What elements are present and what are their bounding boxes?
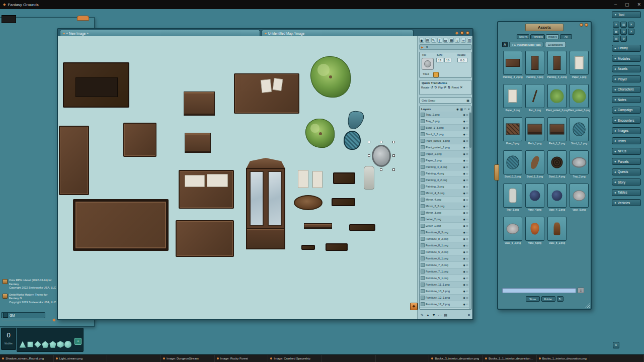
layer-visibility-icon[interactable]: ◉	[463, 133, 465, 136]
layer-visibility-icon[interactable]: ◉	[463, 263, 465, 266]
map-token-shelf[interactable]	[184, 92, 215, 116]
map-token-shelf-2[interactable]	[185, 133, 211, 153]
close-button[interactable]: ✕	[637, 2, 641, 7]
layer-row[interactable]: Mirror_3_3.png ◉ □	[420, 203, 469, 210]
refresh-icon[interactable]: ↻	[557, 296, 564, 302]
tiled-toggle[interactable]	[433, 72, 439, 77]
trash-icon[interactable]: ✕	[467, 313, 470, 317]
asset-thumbnail[interactable]	[503, 84, 522, 108]
map-token-bottle[interactable]	[364, 166, 374, 190]
layer-row[interactable]: Furniture_6_1.png ◉ □	[420, 255, 469, 262]
layer-visibility-icon[interactable]: ◉	[463, 159, 465, 162]
grid-snap-toggle-icon[interactable]: ▦	[466, 99, 469, 102]
asset-thumbnail[interactable]	[570, 84, 589, 108]
layer-row[interactable]: Painting_3.png ◉ □	[420, 184, 469, 190]
selection-handle[interactable]	[392, 168, 395, 171]
tool-shortcut-button[interactable]: ↻	[620, 29, 627, 35]
layer-lock-icon[interactable]: □	[466, 270, 468, 273]
map-token-desk[interactable]	[63, 62, 129, 108]
draw-icon[interactable]: ✎	[431, 38, 436, 43]
asset-thumbnail[interactable]	[525, 184, 544, 208]
map-token-plant-large[interactable]	[310, 56, 351, 98]
layer-lock-icon[interactable]: □	[466, 172, 468, 175]
lock-icon[interactable]: □	[464, 108, 466, 111]
layer-row[interactable]: Furniture_8_3.png ◉ □	[420, 229, 469, 236]
layer-visibility-icon[interactable]: ◉	[463, 198, 465, 201]
asset-thumbnail[interactable]	[570, 150, 589, 174]
layer-lock-icon[interactable]: □	[466, 277, 468, 280]
map-token-shelf-thin[interactable]	[349, 224, 375, 231]
tool-shortcut-button[interactable]: ✕	[628, 29, 634, 35]
tile-preview[interactable]	[422, 58, 434, 70]
layer-row[interactable]: Mirror_3.png ◉ □	[420, 210, 469, 216]
layer-row[interactable]: Plant_potted_3.png ◉ □	[420, 138, 469, 144]
layer-row[interactable]: Furniture_8_2.png ◉ □	[420, 236, 469, 242]
layer-filter-dropdown[interactable]: ▶ ▼	[419, 44, 472, 50]
layer-visibility-icon[interactable]: ◉	[463, 126, 465, 129]
mask-icon[interactable]: ▥	[467, 38, 472, 43]
asset-thumbnail[interactable]	[570, 184, 589, 208]
map-token-dresser[interactable]	[179, 170, 234, 209]
layer-row[interactable]: Letter_1.png ◉ □	[420, 223, 469, 229]
layers-scrollbar[interactable]	[469, 112, 471, 309]
asset-thumbnail[interactable]	[503, 217, 522, 241]
asset-thumbnail[interactable]	[503, 150, 522, 174]
layer-lock-icon[interactable]: □	[466, 113, 468, 116]
sidebar-item[interactable]: ◈ NPCs	[612, 148, 641, 155]
asset-thumbnail[interactable]	[503, 51, 522, 75]
taskbar-tab[interactable]	[322, 355, 376, 362]
module-crumb[interactable]: FG Victorian Map Pack	[509, 42, 543, 47]
collapsed-window-stub[interactable]	[2, 15, 16, 23]
assets-filter-tab[interactable]: Tokens	[517, 34, 529, 39]
layer-lock-icon[interactable]: □	[466, 185, 468, 188]
tool-shortcut-button[interactable]: ▤	[613, 29, 619, 35]
map-token-tray-oval[interactable]	[294, 195, 323, 210]
taskbar-tab[interactable]: Light_stream.png	[54, 355, 108, 362]
layer-visibility-icon[interactable]: ◉	[463, 185, 465, 188]
selection-handle[interactable]	[368, 154, 370, 157]
die-token[interactable]	[34, 341, 41, 348]
pencil-icon[interactable]: ✎	[421, 313, 424, 317]
add-die-button[interactable]: +	[74, 338, 82, 345]
layer-lock-icon[interactable]: □	[466, 231, 468, 234]
asset-search-input[interactable]	[502, 288, 576, 293]
window-close-icon[interactable]	[466, 31, 469, 35]
tool-shortcut-button[interactable]: ▥	[620, 22, 627, 28]
rotate-cw-icon[interactable]: ↻	[434, 85, 437, 89]
sidebar-item[interactable]: ◈ Vehicles	[612, 199, 641, 206]
layer-lock-icon[interactable]: □	[466, 192, 468, 195]
taskbar-tab[interactable]: Image: Crashed Spaceship	[268, 355, 322, 362]
layer-visibility-icon[interactable]: ◉	[463, 178, 465, 182]
resize-grip[interactable]	[585, 303, 590, 308]
taskbar-tab[interactable]	[107, 355, 161, 362]
layer-row[interactable]: Painting_4_3.png ◉ □	[420, 164, 469, 170]
layer-visibility-icon[interactable]: ◉	[463, 231, 465, 234]
roll-die-icon[interactable]: ◆	[455, 31, 458, 35]
layer-lock-icon[interactable]: □	[466, 211, 468, 214]
layer-lock-icon[interactable]: □	[466, 244, 468, 247]
folder-icon[interactable]: ▭	[438, 313, 442, 317]
view-toggle-icon[interactable]: ◉	[419, 38, 424, 43]
layer-row[interactable]: Tray_3.png ◉ □	[420, 118, 469, 125]
taskbar-tab[interactable]	[590, 355, 644, 362]
layer-lock-icon[interactable]: □	[466, 237, 468, 240]
size-y-input[interactable]	[444, 58, 451, 62]
reset-icon[interactable]: ✕	[460, 85, 463, 89]
sidebar-item[interactable]: ◈ Parcels	[612, 158, 641, 165]
layer-lock-icon[interactable]: □	[466, 303, 468, 306]
die-token[interactable]	[27, 341, 34, 348]
taskbar-tab[interactable]: Books_3_interior_decoration.png	[429, 355, 483, 362]
scrollbar-thumb[interactable]	[469, 113, 471, 148]
layer-visibility-icon[interactable]: ◉	[463, 244, 465, 247]
layers-icon[interactable]: ▤	[425, 38, 430, 43]
layer-row[interactable]: Furniture_7_2.png ◉ □	[420, 262, 469, 268]
sidebar-item[interactable]: ◈ Player	[612, 75, 641, 82]
size-x-input[interactable]	[436, 58, 443, 62]
chat-window-handle[interactable]	[77, 16, 89, 21]
effects-icon[interactable]: ƒ	[437, 38, 442, 43]
tool-shortcut-button[interactable]: ▥	[613, 36, 619, 42]
layer-visibility-icon[interactable]: ◉	[463, 290, 465, 293]
layer-visibility-icon[interactable]: ◉	[463, 139, 465, 142]
map-tab-unidentified[interactable]: ◆ Unidentified Map / Image	[262, 30, 414, 36]
rotate-ccw-icon[interactable]: ↺	[430, 85, 433, 89]
